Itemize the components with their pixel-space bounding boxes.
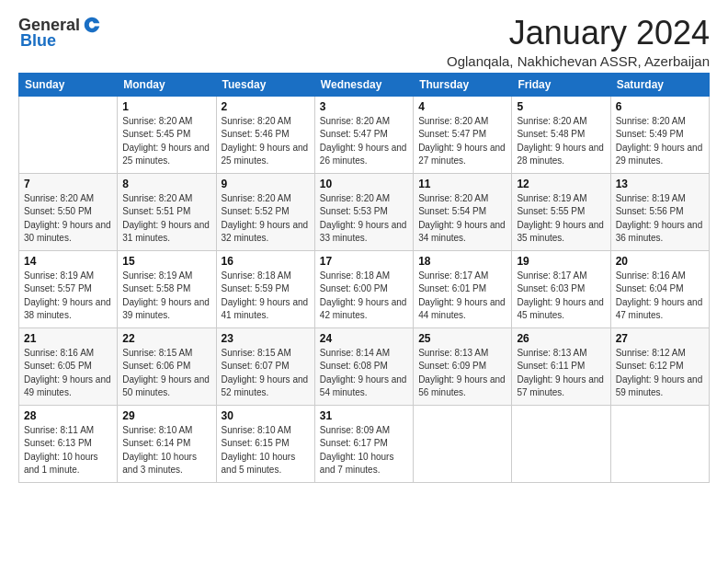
table-row: 8 Sunrise: 8:20 AMSunset: 5:51 PMDayligh… [118,173,216,250]
day-number: 2 [222,100,310,113]
day-number: 8 [122,178,210,190]
table-row: 11 Sunrise: 8:20 AMSunset: 5:54 PMDaylig… [414,173,512,250]
day-number: 12 [517,178,605,190]
table-row: 31 Sunrise: 8:09 AMSunset: 6:17 PMDaylig… [314,405,413,482]
day-number: 31 [320,409,408,422]
day-info: Sunrise: 8:17 AMSunset: 6:01 PMDaylight:… [418,270,506,323]
day-number: 9 [222,178,310,190]
day-number: 27 [616,332,704,345]
table-row: 17 Sunrise: 8:18 AMSunset: 6:00 PMDaylig… [314,250,413,327]
table-row: 1 Sunrise: 8:20 AMSunset: 5:45 PMDayligh… [118,96,216,173]
table-row [19,96,118,173]
day-info: Sunrise: 8:13 AMSunset: 6:09 PMDaylight:… [418,347,506,400]
table-row: 23 Sunrise: 8:15 AMSunset: 6:07 PMDaylig… [216,327,314,405]
day-number: 20 [616,255,704,268]
day-number: 19 [517,255,605,268]
table-row: 26 Sunrise: 8:13 AMSunset: 6:11 PMDaylig… [512,327,610,405]
day-info: Sunrise: 8:19 AMSunset: 5:55 PMDaylight:… [517,192,605,246]
day-number: 23 [222,332,310,345]
day-info: Sunrise: 8:18 AMSunset: 5:59 PMDaylight:… [222,270,310,323]
calendar-week-row: 28 Sunrise: 8:11 AMSunset: 6:13 PMDaylig… [19,405,710,482]
day-info: Sunrise: 8:10 AMSunset: 6:14 PMDaylight:… [122,424,210,477]
day-info: Sunrise: 8:12 AMSunset: 6:12 PMDaylight:… [616,347,704,400]
calendar-week-row: 21 Sunrise: 8:16 AMSunset: 6:05 PMDaylig… [19,327,710,405]
logo-blue: Blue [20,31,56,51]
day-number: 5 [517,100,605,113]
table-row [414,405,512,482]
day-info: Sunrise: 8:19 AMSunset: 5:57 PMDaylight:… [24,270,112,323]
table-row: 16 Sunrise: 8:18 AMSunset: 5:59 PMDaylig… [216,250,314,327]
day-info: Sunrise: 8:15 AMSunset: 6:06 PMDaylight:… [122,347,210,400]
table-row: 9 Sunrise: 8:20 AMSunset: 5:52 PMDayligh… [216,173,314,250]
table-row: 24 Sunrise: 8:14 AMSunset: 6:08 PMDaylig… [314,327,413,405]
table-row: 6 Sunrise: 8:20 AMSunset: 5:49 PMDayligh… [610,96,709,173]
table-row: 3 Sunrise: 8:20 AMSunset: 5:47 PMDayligh… [314,96,413,173]
day-number: 30 [222,409,310,422]
day-number: 13 [616,178,704,190]
table-row: 10 Sunrise: 8:20 AMSunset: 5:53 PMDaylig… [314,173,413,250]
day-number: 21 [24,332,112,345]
table-row: 12 Sunrise: 8:19 AMSunset: 5:55 PMDaylig… [512,173,610,250]
table-row: 5 Sunrise: 8:20 AMSunset: 5:48 PMDayligh… [512,96,610,173]
table-row: 20 Sunrise: 8:16 AMSunset: 6:04 PMDaylig… [610,250,709,327]
day-number: 15 [122,255,210,268]
day-info: Sunrise: 8:13 AMSunset: 6:11 PMDaylight:… [517,347,605,400]
table-row: 7 Sunrise: 8:20 AMSunset: 5:50 PMDayligh… [19,173,118,250]
day-number: 22 [122,332,210,345]
calendar-table: Sunday Monday Tuesday Wednesday Thursday… [18,73,710,483]
day-info: Sunrise: 8:19 AMSunset: 5:58 PMDaylight:… [122,270,210,323]
day-number: 16 [222,255,310,268]
table-row: 27 Sunrise: 8:12 AMSunset: 6:12 PMDaylig… [610,327,709,405]
table-row: 14 Sunrise: 8:19 AMSunset: 5:57 PMDaylig… [19,250,118,327]
table-row: 4 Sunrise: 8:20 AMSunset: 5:47 PMDayligh… [414,96,512,173]
day-info: Sunrise: 8:20 AMSunset: 5:48 PMDaylight:… [517,115,605,168]
day-number: 11 [418,178,506,190]
calendar-week-row: 1 Sunrise: 8:20 AMSunset: 5:45 PMDayligh… [19,96,710,173]
day-info: Sunrise: 8:20 AMSunset: 5:47 PMDaylight:… [418,115,506,168]
day-info: Sunrise: 8:20 AMSunset: 5:47 PMDaylight:… [320,115,408,168]
day-number: 14 [24,255,112,268]
day-number: 24 [320,332,408,345]
day-info: Sunrise: 8:15 AMSunset: 6:07 PMDaylight:… [222,347,310,400]
day-info: Sunrise: 8:16 AMSunset: 6:05 PMDaylight:… [24,347,112,400]
day-info: Sunrise: 8:17 AMSunset: 6:03 PMDaylight:… [517,270,605,323]
table-row: 25 Sunrise: 8:13 AMSunset: 6:09 PMDaylig… [414,327,512,405]
col-thursday: Thursday [414,73,512,96]
day-number: 1 [122,100,210,113]
day-number: 29 [122,409,210,422]
day-number: 10 [320,178,408,190]
col-tuesday: Tuesday [216,73,314,96]
day-info: Sunrise: 8:19 AMSunset: 5:56 PMDaylight:… [616,192,704,246]
calendar-week-row: 14 Sunrise: 8:19 AMSunset: 5:57 PMDaylig… [19,250,710,327]
title-block: January 2024 Oglanqala, Nakhichevan ASSR… [447,15,710,69]
logo-icon [82,15,102,35]
location-title: Oglanqala, Nakhichevan ASSR, Azerbaijan [447,53,710,69]
day-info: Sunrise: 8:20 AMSunset: 5:49 PMDaylight:… [616,115,704,168]
col-wednesday: Wednesday [314,73,413,96]
logo: General Blue [18,15,102,51]
table-row: 18 Sunrise: 8:17 AMSunset: 6:01 PMDaylig… [414,250,512,327]
day-number: 18 [418,255,506,268]
table-row: 28 Sunrise: 8:11 AMSunset: 6:13 PMDaylig… [19,405,118,482]
col-saturday: Saturday [610,73,709,96]
day-info: Sunrise: 8:18 AMSunset: 6:00 PMDaylight:… [320,270,408,323]
day-number: 6 [616,100,704,113]
day-number: 28 [24,409,112,422]
day-number: 7 [24,178,112,190]
day-number: 25 [418,332,506,345]
calendar-week-row: 7 Sunrise: 8:20 AMSunset: 5:50 PMDayligh… [19,173,710,250]
col-sunday: Sunday [19,73,118,96]
table-row: 30 Sunrise: 8:10 AMSunset: 6:15 PMDaylig… [216,405,314,482]
header: General Blue January 2024 Oglanqala, Nak… [18,15,710,69]
table-row [610,405,709,482]
page: General Blue January 2024 Oglanqala, Nak… [0,0,728,492]
col-monday: Monday [118,73,216,96]
day-number: 3 [320,100,408,113]
day-info: Sunrise: 8:20 AMSunset: 5:54 PMDaylight:… [418,192,506,246]
table-row: 13 Sunrise: 8:19 AMSunset: 5:56 PMDaylig… [610,173,709,250]
header-row: Sunday Monday Tuesday Wednesday Thursday… [19,73,710,96]
month-title: January 2024 [447,15,710,52]
day-info: Sunrise: 8:20 AMSunset: 5:53 PMDaylight:… [320,192,408,246]
day-number: 17 [320,255,408,268]
table-row: 21 Sunrise: 8:16 AMSunset: 6:05 PMDaylig… [19,327,118,405]
